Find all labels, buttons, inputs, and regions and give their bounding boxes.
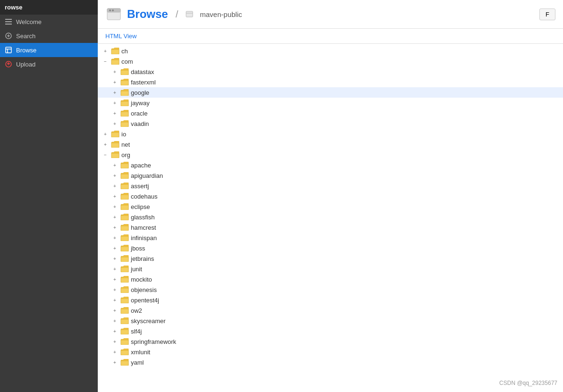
tree-row[interactable]: jetbrains [98, 253, 563, 264]
tree-row[interactable]: vaadin [98, 118, 563, 129]
expand-plus-icon[interactable] [111, 120, 119, 127]
header: Browse / maven-public F [98, 0, 563, 29]
tree-row[interactable]: skyscreamer [98, 316, 563, 326]
expand-plus-icon[interactable] [111, 99, 119, 107]
folder-icon [120, 317, 129, 324]
expand-plus-icon[interactable] [111, 286, 119, 293]
expand-plus-icon[interactable] [111, 338, 119, 345]
tree-item-label: jboss [131, 245, 145, 252]
tree-row[interactable]: assertj [98, 181, 563, 191]
svg-rect-1 [5, 21, 12, 22]
tree-row[interactable]: apiguardian [98, 170, 563, 181]
folder-icon [120, 286, 129, 293]
tree-row[interactable]: google [98, 87, 563, 98]
expand-plus-icon[interactable] [111, 203, 119, 210]
tree-row[interactable]: infinispan [98, 233, 563, 243]
tree-row[interactable]: yaml [98, 357, 563, 367]
expand-plus-icon[interactable] [111, 78, 119, 86]
folder-icon [120, 68, 129, 75]
tree-row[interactable]: org [98, 150, 563, 160]
folder-icon [120, 234, 129, 241]
folder-icon [120, 297, 129, 303]
expand-plus-icon[interactable] [111, 109, 119, 117]
expand-plus-icon[interactable] [111, 327, 119, 335]
folder-icon [120, 120, 129, 127]
filter-button[interactable]: F [539, 8, 555, 20]
svg-rect-6 [6, 47, 11, 53]
expand-plus-icon[interactable] [111, 255, 119, 262]
folder-icon [111, 58, 119, 65]
tree-row[interactable]: glassfish [98, 212, 563, 222]
expand-plus-icon[interactable] [111, 244, 119, 252]
tree-row[interactable]: springframework [98, 336, 563, 347]
expand-plus-icon[interactable] [111, 172, 119, 179]
plus-circle-icon [5, 32, 12, 40]
tree-item-label: ch [121, 48, 128, 55]
expand-plus-icon[interactable] [111, 265, 119, 273]
page-title: Browse [127, 8, 168, 21]
tree-item-label: jayway [131, 100, 150, 107]
tree-row[interactable]: slf4j [98, 326, 563, 336]
expand-plus-icon[interactable] [111, 307, 119, 314]
tree-row[interactable]: hamcrest [98, 222, 563, 233]
folder-icon [111, 131, 119, 137]
sidebar-item-upload[interactable]: Upload [0, 57, 98, 71]
tree-row[interactable]: jayway [98, 98, 563, 108]
expand-plus-icon[interactable] [102, 141, 109, 148]
tree-row[interactable]: ch [98, 46, 563, 56]
tree-row[interactable]: codehaus [98, 191, 563, 201]
folder-icon [120, 162, 129, 168]
expand-plus-icon[interactable] [111, 161, 119, 169]
folder-icon [120, 224, 129, 231]
expand-plus-icon[interactable] [111, 68, 119, 75]
tree-row[interactable]: ow2 [98, 305, 563, 316]
expand-plus-icon[interactable] [111, 317, 119, 325]
html-view-link[interactable]: HTML View [105, 33, 136, 40]
tree-row[interactable]: datastax [98, 67, 563, 77]
expand-plus-icon[interactable] [111, 89, 119, 96]
tree-row[interactable]: xmlunit [98, 347, 563, 357]
folder-icon [120, 214, 129, 220]
expand-plus-icon[interactable] [111, 359, 119, 366]
sidebar-item-browse[interactable]: Browse [0, 43, 98, 57]
tree-container[interactable]: ch com datastax fasterxml google jayway … [98, 44, 563, 392]
expand-plus-icon[interactable] [111, 234, 119, 242]
expand-plus-icon[interactable] [111, 224, 119, 231]
tree-row[interactable]: opentest4j [98, 295, 563, 305]
expand-plus-icon[interactable] [111, 182, 119, 190]
expand-plus-icon[interactable] [102, 47, 109, 55]
expand-plus-icon[interactable] [111, 192, 119, 200]
tree-row[interactable]: mockito [98, 274, 563, 284]
tree-row[interactable]: fasterxml [98, 77, 563, 87]
tree-item-label: infinispan [131, 234, 157, 242]
expand-plus-icon[interactable] [111, 275, 119, 283]
tree-item-label: org [121, 151, 130, 158]
folder-icon [120, 307, 129, 314]
tree-row[interactable]: junit [98, 264, 563, 274]
sidebar-item-welcome[interactable]: Welcome [0, 15, 98, 29]
expand-plus-icon[interactable] [102, 130, 109, 138]
expand-plus-icon[interactable] [111, 348, 119, 356]
tree-row[interactable]: jboss [98, 243, 563, 253]
tree-row[interactable]: eclipse [98, 201, 563, 212]
folder-icon [111, 48, 119, 54]
tree-row[interactable]: com [98, 56, 563, 67]
tree-row[interactable]: apache [98, 160, 563, 170]
tree-row[interactable]: objenesis [98, 284, 563, 295]
tree-item-label: objenesis [131, 286, 157, 293]
tree-item-label: net [121, 141, 130, 148]
folder-icon [120, 266, 129, 272]
expand-plus-icon[interactable] [111, 213, 119, 221]
folder-icon [120, 172, 129, 179]
expand-minus-icon[interactable] [102, 151, 109, 158]
sidebar-item-search[interactable]: Search [0, 29, 98, 43]
folder-icon [120, 183, 129, 189]
tree-row[interactable]: oracle [98, 108, 563, 118]
folder-icon [120, 193, 129, 200]
tree-row[interactable]: io [98, 129, 563, 139]
tree-row[interactable]: net [98, 139, 563, 150]
tree-item-label: apiguardian [131, 172, 163, 179]
expand-minus-icon[interactable] [102, 58, 109, 65]
folder-icon [111, 151, 119, 158]
expand-plus-icon[interactable] [111, 296, 119, 304]
